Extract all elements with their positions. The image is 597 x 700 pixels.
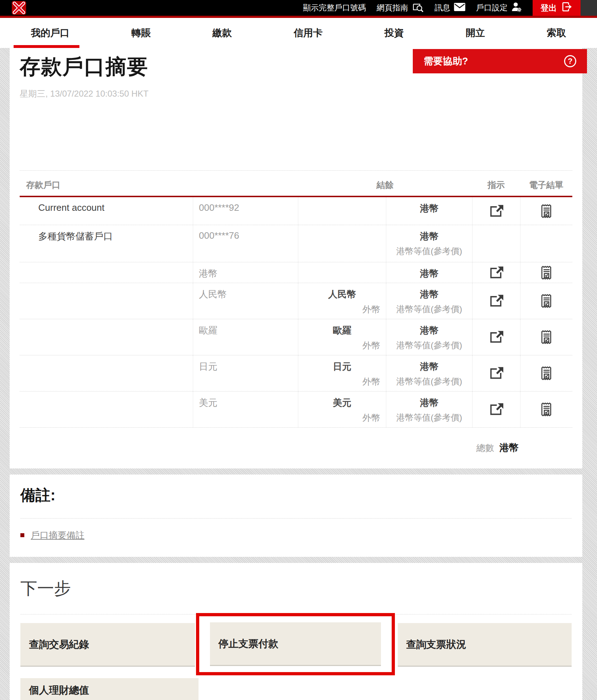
share-icon[interactable] bbox=[489, 204, 504, 218]
logout-button[interactable]: 登出 bbox=[533, 0, 581, 16]
fx-balance-cell: 日元 外幣 bbox=[298, 355, 386, 391]
account-name[interactable]: Current account bbox=[20, 197, 193, 225]
question-circle-icon[interactable]: ? bbox=[564, 55, 576, 67]
web-guide-link[interactable]: 網頁指南 bbox=[377, 2, 424, 14]
deposit-accounts-table: 存款戶口 結餘 指示 電子結單 Current account 000****9… bbox=[20, 170, 572, 454]
hkd-balance-cell: 港幣 港幣等值(參考價) bbox=[386, 283, 472, 319]
header-account: 存款戶口 bbox=[20, 179, 193, 191]
instruction-cell bbox=[472, 319, 520, 355]
next-steps-row-1: 查詢交易紀錄 停止支票付款 查詢支票狀況 bbox=[20, 614, 572, 675]
hkd-balance-cell: 港幣 港幣等值(參考價) bbox=[386, 392, 472, 427]
tab-credit-card[interactable]: 信用卡 bbox=[294, 18, 323, 48]
page-datetime: 星期三, 13/07/2022 10:03:50 HKT bbox=[20, 88, 582, 99]
section-gap bbox=[0, 468, 597, 475]
sub-currency-label: 港幣 bbox=[193, 262, 298, 283]
instruction-cell bbox=[472, 283, 520, 319]
check-cheque-status-button[interactable]: 查詢支票狀況 bbox=[398, 623, 572, 667]
statement-check-icon[interactable] bbox=[540, 402, 553, 417]
view-transaction-history-button[interactable]: 查詢交易紀錄 bbox=[20, 623, 195, 667]
account-summary-notes-link[interactable]: 戶口摘要備註 bbox=[31, 529, 84, 541]
personal-wealth-total-button[interactable]: 個人理財總值 bbox=[20, 678, 199, 700]
account-number: 000****92 bbox=[193, 197, 298, 225]
sub-currency-label: 人民幣 bbox=[193, 283, 298, 319]
table-row-usd: 美元 美元 外幣 港幣 港幣等值(參考價) bbox=[20, 392, 572, 428]
tab-request[interactable]: 索取 bbox=[547, 18, 566, 48]
messages-label: 訊息 bbox=[435, 3, 450, 13]
hkd-balance-cell: 港幣 港幣等值(參考價) bbox=[386, 355, 472, 391]
hkd-currency-label: 港幣 bbox=[386, 324, 472, 337]
hkd-equivalent-note: 港幣等值(參考價) bbox=[386, 340, 472, 351]
estatement-cell bbox=[520, 197, 572, 225]
account-number: 000****76 bbox=[193, 225, 298, 262]
hkd-balance-cell: 港幣 bbox=[386, 262, 472, 283]
tab-investments[interactable]: 投資 bbox=[385, 18, 404, 48]
hkd-balance-cell: 港幣 港幣等值(參考價) bbox=[386, 319, 472, 355]
account-name bbox=[20, 262, 193, 283]
instruction-cell bbox=[472, 392, 520, 427]
next-steps-title: 下一步 bbox=[20, 577, 572, 600]
share-icon[interactable] bbox=[489, 266, 504, 280]
table-row-hkd: 港幣 港幣 bbox=[20, 262, 572, 283]
page-magnifier-icon bbox=[412, 2, 424, 14]
bullet-icon bbox=[20, 533, 24, 537]
show-full-account-label: 顯示完整戶口號碼 bbox=[303, 3, 366, 13]
fx-currency-label: 美元 bbox=[298, 397, 386, 409]
notes-card: 備註: 戶口摘要備註 bbox=[10, 475, 582, 557]
header-balance: 結餘 bbox=[298, 179, 472, 191]
hkd-balance-cell: 港幣 bbox=[386, 197, 472, 225]
hkd-currency-label: 港幣 bbox=[386, 267, 472, 280]
estatement-cell bbox=[520, 319, 572, 355]
main-nav: 我的戶口 轉賬 繳款 信用卡 投資 開立 索取 bbox=[0, 18, 597, 48]
account-summary-card: 需要協助? ? 存款戶口摘要 星期三, 13/07/2022 10:03:50 … bbox=[10, 48, 582, 468]
fx-note: 外幣 bbox=[298, 303, 386, 315]
estatement-cell bbox=[520, 392, 572, 427]
hkd-currency-label: 港幣 bbox=[386, 288, 472, 301]
share-icon[interactable] bbox=[489, 294, 504, 308]
header-instruction: 指示 bbox=[472, 179, 520, 191]
table-row-current-account: Current account 000****92 港幣 bbox=[20, 197, 572, 225]
list-item: 戶口摘要備註 bbox=[20, 529, 572, 541]
tab-payments[interactable]: 繳款 bbox=[212, 18, 232, 48]
share-icon[interactable] bbox=[489, 402, 504, 417]
statement-check-icon[interactable] bbox=[540, 330, 553, 344]
sub-currency-label: 歐羅 bbox=[193, 319, 298, 355]
fx-balance-cell bbox=[298, 197, 386, 225]
statement-check-icon[interactable] bbox=[540, 366, 553, 380]
hkd-equivalent-note: 港幣等值(參考價) bbox=[386, 412, 472, 423]
table-header-row: 存款戶口 結餘 指示 電子結單 bbox=[20, 171, 572, 197]
messages-link[interactable]: 訊息 bbox=[435, 3, 465, 13]
notes-title: 備註: bbox=[20, 485, 572, 505]
hkd-currency-label: 港幣 bbox=[386, 360, 472, 373]
bank-logo[interactable] bbox=[11, 1, 26, 15]
table-row-rmb: 人民幣 人民幣 外幣 港幣 港幣等值(參考價) bbox=[20, 283, 572, 319]
need-help-button[interactable]: 需要協助? ? bbox=[413, 49, 587, 73]
account-name bbox=[20, 319, 193, 355]
tab-my-accounts[interactable]: 我的戶口 bbox=[31, 18, 69, 48]
share-icon[interactable] bbox=[489, 330, 504, 344]
table-row-jpy: 日元 日元 外幣 港幣 港幣等值(參考價) bbox=[20, 355, 572, 392]
share-icon[interactable] bbox=[489, 366, 504, 380]
statement-check-icon[interactable] bbox=[540, 266, 553, 280]
sub-currency-label: 日元 bbox=[193, 355, 298, 391]
tab-transfer[interactable]: 轉賬 bbox=[131, 18, 151, 48]
section-gap bbox=[0, 557, 597, 563]
total-label: 總數 bbox=[476, 443, 494, 453]
fx-currency-label: 日元 bbox=[298, 360, 386, 373]
hkd-equivalent-note: 港幣等值(參考價) bbox=[386, 246, 472, 257]
statement-check-icon[interactable] bbox=[540, 294, 553, 308]
hkd-balance-cell: 港幣 港幣等值(參考價) bbox=[386, 225, 472, 262]
statement-check-icon[interactable] bbox=[540, 204, 553, 218]
tab-open[interactable]: 開立 bbox=[466, 18, 485, 48]
show-full-account-link[interactable]: 顯示完整戶口號碼 bbox=[303, 3, 366, 13]
hkd-currency-label: 港幣 bbox=[386, 397, 472, 409]
mail-icon bbox=[454, 3, 465, 13]
fx-balance-cell: 美元 外幣 bbox=[298, 392, 386, 427]
account-name bbox=[20, 355, 193, 391]
account-name[interactable]: 多種貨幣儲蓄戶口 bbox=[20, 225, 193, 262]
table-row-eur: 歐羅 歐羅 外幣 港幣 港幣等值(參考價) bbox=[20, 319, 572, 355]
user-gear-icon bbox=[511, 1, 522, 14]
estatement-cell bbox=[520, 262, 572, 283]
instruction-cell bbox=[472, 197, 520, 225]
account-settings-link[interactable]: 戶口設定 bbox=[476, 1, 522, 14]
stop-cheque-payment-button[interactable]: 停止支票付款 bbox=[210, 622, 381, 666]
